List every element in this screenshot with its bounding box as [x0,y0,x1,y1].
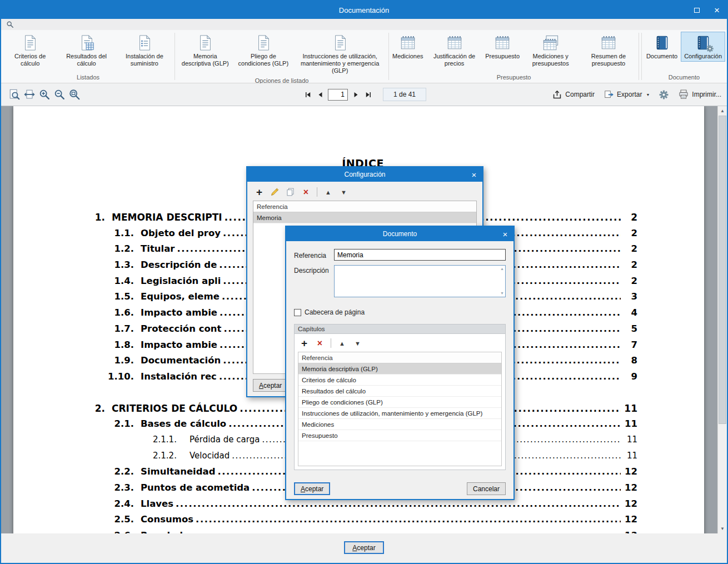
document-icon [197,34,213,51]
close-icon[interactable]: × [466,167,482,182]
next-page-icon [351,91,360,99]
export-icon [604,89,614,100]
export-button[interactable]: Exportar ▼ [604,89,650,100]
first-page-button[interactable] [302,88,314,101]
next-page-button[interactable] [350,88,362,101]
close-icon[interactable]: × [497,227,513,241]
toc-leader: ........................................… [193,514,621,525]
triangle-down-icon: ▼ [355,340,361,347]
ribbon-item-pliego-de-condiciones[interactable]: Pliego de condiciones (GLP) [235,32,293,69]
zoom-out-button[interactable] [52,87,67,102]
toc-number: 1.7. [105,323,134,334]
list-item[interactable]: Criterios de cálculo [298,375,501,386]
list-item[interactable]: Instrucciones de utilización, mantenimie… [298,408,501,419]
referencia-row: Referencia [294,249,506,261]
printer-icon [678,89,689,100]
toolbar-separator [331,338,331,348]
move-up-button[interactable]: ▲ [337,338,347,348]
cancel-button[interactable]: Cancelar [467,482,506,495]
ribbon-separator [388,33,389,80]
scroll-down-icon[interactable]: ▼ [718,524,727,533]
search-icon[interactable] [6,21,14,28]
toc-page-number: 3 [621,291,637,302]
last-page-button[interactable] [362,88,374,101]
delete-button[interactable]: × [301,187,311,197]
capitulos-panel: + × ▲ ▼ Referencia Memoria descriptiva (… [294,334,506,470]
toc-page-number: 2 [621,212,637,223]
accept-button[interactable]: Aceptar [294,482,330,495]
toc-page-number: 9 [621,371,637,382]
toc-title: Puntos de acometida [141,482,250,493]
ribbon-item-instrucciones-de-utilizacion[interactable]: Instrucciones de utilización, mantenimie… [292,32,387,77]
delete-button[interactable]: × [315,338,325,348]
fit-width-button[interactable] [22,87,37,102]
scroll-up-icon[interactable]: ▲ [718,106,727,116]
scrollbar-thumb[interactable] [719,116,726,424]
ribbon-item-resultados-del-calculo[interactable]: Resultados del cálculo [57,32,115,69]
ribbon-item-memoria-descriptiva[interactable]: Memoria descriptiva (GLP) [176,32,235,69]
share-label: Compartir [565,91,595,98]
toc-title: Velocidad [190,451,230,461]
zoom-selection-button[interactable] [7,87,22,102]
print-label: Imprimir... [692,91,721,98]
toc-title: Equipos, eleme [141,291,220,302]
ribbon-group-presupuesto: Mediciones Justificación de precios Pres… [390,30,637,83]
toc-page-number: 11 [621,418,637,429]
move-down-button[interactable]: ▼ [352,338,363,348]
page-count-label: 1 de 41 [383,88,426,101]
toc-title: Simultaneidad [141,466,216,477]
ribbon-item-documento[interactable]: Documento [643,32,681,62]
ribbon-item-mediciones-y-presupuestos[interactable]: Mediciones y presupuestos [522,32,580,69]
ribbon-item-instalacion-de-suministro[interactable]: Instalación de suministro [116,32,173,69]
ribbon: Criterios de cálculo Resultados del cálc… [1,30,727,83]
first-page-icon [303,91,312,99]
maximize-button[interactable] [687,1,707,19]
checkbox[interactable] [294,309,301,316]
toc-title: Pérdida de carga [190,435,260,445]
window-title: Documentación [1,6,727,14]
zoom-fit-button[interactable] [67,87,82,102]
referencia-input[interactable] [334,249,506,261]
spreadsheet-icon [446,34,463,51]
share-button[interactable]: Compartir [552,89,595,100]
list-item[interactable]: Mediciones [298,419,501,430]
descripcion-textarea[interactable]: ▲ ▼ [334,265,506,297]
page-number-input[interactable] [328,89,348,101]
ribbon-item-presupuesto[interactable]: Presupuesto [483,32,522,62]
print-button[interactable]: Imprimir... [678,89,721,100]
list-item[interactable]: Resultados del cálculo [298,386,501,397]
ribbon-item-justificacion-de-precios[interactable]: Justificación de precios [425,32,483,69]
ribbon-item-criterios-de-calculo[interactable]: Criterios de cálculo [3,32,57,69]
list-item[interactable]: Pliego de condiciones (GLP) [298,397,501,408]
toc-page-number: 11 [621,451,637,461]
document-icon [332,34,348,51]
ribbon-item-configuracion[interactable]: Configuración [681,32,725,62]
accept-button[interactable]: Aceptar [253,379,288,392]
ribbon-item-resumen-de-presupuesto[interactable]: Resumen de presupuesto [580,32,637,69]
toc-title: Descripción de [141,259,217,270]
print-settings-button[interactable] [659,89,669,100]
delete-x-icon: × [303,188,308,197]
ribbon-item-mediciones[interactable]: Mediciones [390,32,425,62]
dialog-body: Referencia Descripción ▲ ▼ Cabecera de p… [286,241,513,502]
toc-number: 2. [88,403,105,414]
accept-button[interactable]: Aceptar [344,541,384,554]
document-icon [255,34,272,51]
copy-button[interactable] [285,187,296,197]
list-item[interactable]: Memoria [253,212,476,223]
vertical-scrollbar[interactable]: ▲ ▼ [717,106,727,533]
previous-page-icon [316,91,324,99]
move-up-button[interactable]: ▲ [323,187,333,197]
zoom-in-button[interactable] [37,87,52,102]
add-button[interactable]: + [299,338,310,348]
previous-page-button[interactable] [314,88,326,101]
edit-button[interactable] [270,187,280,197]
list-item[interactable]: Memoria descriptiva (GLP) [298,363,501,375]
toc-title: Documentación [141,355,221,366]
app-window: Documentación × Criterios de cálculo Res… [0,0,728,564]
list-item[interactable]: Presupuesto [298,430,501,441]
move-down-button[interactable]: ▼ [338,187,349,197]
cabecera-checkbox-row[interactable]: Cabecera de página [294,308,506,316]
add-button[interactable]: + [254,187,265,197]
close-button[interactable]: × [707,1,727,19]
